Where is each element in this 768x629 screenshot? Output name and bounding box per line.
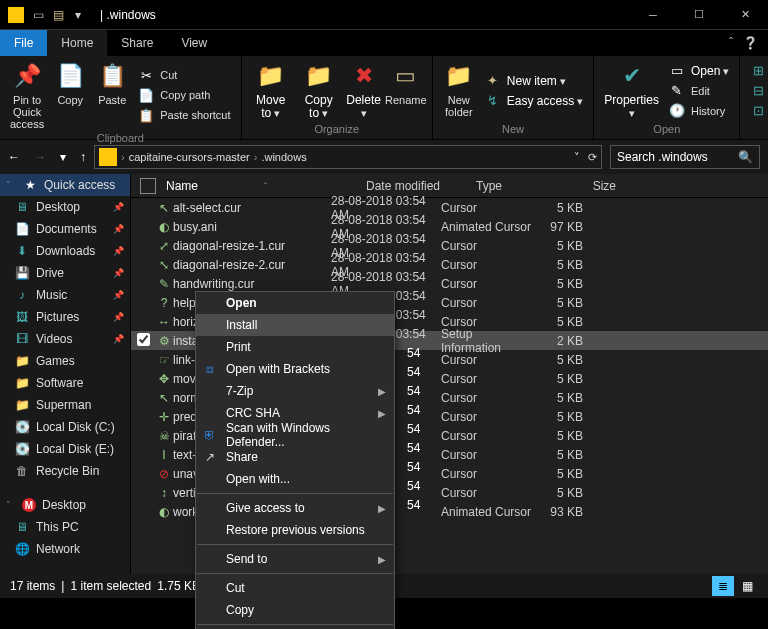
ctx-item[interactable]: Open bbox=[196, 292, 394, 314]
file-size: 5 KB bbox=[535, 391, 593, 405]
copypath-button[interactable]: 📄Copy path bbox=[134, 85, 234, 105]
col-name[interactable]: Nameˆ bbox=[160, 179, 360, 193]
copyto-button[interactable]: 📁Copy to ▾ bbox=[296, 58, 341, 123]
history-button[interactable]: 🕐History bbox=[665, 101, 733, 121]
expand-icon[interactable]: ˅ bbox=[6, 500, 16, 510]
tree-node[interactable]: 💽Local Disk (E:) bbox=[0, 438, 130, 460]
file-size: 5 KB bbox=[535, 429, 593, 443]
invertsel-button[interactable]: ⊡Invert selection bbox=[746, 101, 768, 121]
selectnone-button[interactable]: ⊟Select none bbox=[746, 81, 768, 101]
tree-node[interactable]: 🗑Recycle Bin bbox=[0, 460, 130, 482]
ctx-item[interactable]: ↗Share bbox=[196, 446, 394, 468]
file-type: Cursor bbox=[441, 353, 535, 367]
tree-node[interactable]: ˅MDesktop bbox=[0, 494, 130, 516]
tree-label: Videos bbox=[36, 332, 72, 346]
close-button[interactable]: ✕ bbox=[722, 0, 768, 30]
ctx-item[interactable]: ⛨Scan with Windows Defender... bbox=[196, 424, 394, 446]
file-row[interactable]: ⤡diagonal-resize-2.cur28-08-2018 03:54 A… bbox=[131, 255, 768, 274]
ctx-item[interactable]: Give access to▶ bbox=[196, 497, 394, 519]
pasteshortcut-button[interactable]: 📋Paste shortcut bbox=[134, 105, 234, 125]
delete-button[interactable]: ✖Delete ▾ bbox=[343, 58, 383, 123]
breadcrumb-dropdown-icon[interactable]: ˅ bbox=[574, 151, 580, 164]
selectall-button[interactable]: ⊞Select all bbox=[746, 61, 768, 81]
maximize-button[interactable]: ☐ bbox=[676, 0, 722, 30]
tab-file[interactable]: File bbox=[0, 30, 47, 56]
tree-node[interactable]: 🎞Videos📌 bbox=[0, 328, 130, 350]
help-icon[interactable]: ❔ bbox=[743, 36, 758, 50]
tree-node[interactable]: ♪Music📌 bbox=[0, 284, 130, 306]
tree-node[interactable]: 🌐Network bbox=[0, 538, 130, 560]
view-details-icon[interactable]: ≣ bbox=[712, 576, 734, 596]
file-row[interactable]: ⤢diagonal-resize-1.cur28-08-2018 03:54 A… bbox=[131, 236, 768, 255]
tree-node[interactable]: 📁Superman bbox=[0, 394, 130, 416]
file-type: Cursor bbox=[441, 239, 535, 253]
nav-back-icon[interactable]: ← bbox=[8, 150, 20, 164]
qat-newfolder-icon[interactable]: ▤ bbox=[50, 7, 66, 23]
column-headers: Nameˆ Date modified Type Size bbox=[131, 174, 768, 198]
nav-tree[interactable]: ˅★Quick access🖥Desktop📌📄Documents📌⬇Downl… bbox=[0, 174, 131, 574]
tab-view[interactable]: View bbox=[167, 30, 221, 56]
tree-label: Games bbox=[36, 354, 75, 368]
paste-button[interactable]: 📋Paste bbox=[92, 58, 132, 132]
easyaccess-button[interactable]: ↯Easy access ▾ bbox=[481, 91, 587, 111]
ctx-item[interactable]: Copy bbox=[196, 599, 394, 621]
file-type: Cursor bbox=[441, 372, 535, 386]
ctx-item[interactable]: 7-Zip▶ bbox=[196, 380, 394, 402]
tab-home[interactable]: Home bbox=[47, 30, 107, 56]
tree-node[interactable]: 📁Games bbox=[0, 350, 130, 372]
ctx-item[interactable]: Cut bbox=[196, 577, 394, 599]
newfolder-button[interactable]: 📁New folder bbox=[439, 58, 479, 123]
ctx-item[interactable]: Print bbox=[196, 336, 394, 358]
open-button[interactable]: ▭Open ▾ bbox=[665, 61, 733, 81]
status-selected: 1 item selected bbox=[70, 579, 151, 593]
tree-node[interactable]: 🖥Desktop📌 bbox=[0, 196, 130, 218]
edit-button[interactable]: ✎Edit bbox=[665, 81, 733, 101]
file-row[interactable]: ↖alt-select.cur28-08-2018 03:54 AMCursor… bbox=[131, 198, 768, 217]
tab-share[interactable]: Share bbox=[107, 30, 167, 56]
ctx-item[interactable]: Open with... bbox=[196, 468, 394, 490]
tree-node[interactable]: 💽Local Disk (C:) bbox=[0, 416, 130, 438]
breadcrumb[interactable]: › capitaine-cursors-master › .windows ˅⟳ bbox=[94, 145, 602, 169]
cut-button[interactable]: ✂Cut bbox=[134, 65, 234, 85]
qat-props-icon[interactable]: ▭ bbox=[30, 7, 46, 23]
col-date[interactable]: Date modified bbox=[360, 179, 470, 193]
expand-icon[interactable]: ˅ bbox=[6, 180, 16, 190]
nav-forward-icon[interactable]: → bbox=[34, 150, 46, 164]
breadcrumb-seg-2[interactable]: .windows bbox=[261, 151, 306, 163]
pin-quickaccess-button[interactable]: 📌Pin to Quick access bbox=[6, 58, 48, 132]
rename-button[interactable]: ▭Rename bbox=[386, 58, 426, 123]
view-large-icon[interactable]: ▦ bbox=[736, 576, 758, 596]
ctx-item[interactable]: Send to▶ bbox=[196, 548, 394, 570]
tree-node[interactable]: 📄Documents📌 bbox=[0, 218, 130, 240]
title-sep: | bbox=[100, 8, 103, 22]
tree-node[interactable]: ⬇Downloads📌 bbox=[0, 240, 130, 262]
tree-node[interactable]: 🖥This PC bbox=[0, 516, 130, 538]
ribbon-collapse-icon[interactable]: ˆ bbox=[729, 36, 733, 50]
minimize-button[interactable]: ─ bbox=[630, 0, 676, 30]
refresh-icon[interactable]: ⟳ bbox=[588, 151, 597, 164]
newitem-button[interactable]: ✦New item ▾ bbox=[481, 71, 587, 91]
copy-button[interactable]: 📄Copy bbox=[50, 58, 90, 132]
properties-button[interactable]: ✔Properties ▾ bbox=[600, 58, 663, 123]
tree-node[interactable]: 📁Software bbox=[0, 372, 130, 394]
mega-icon: M bbox=[22, 498, 36, 512]
nav-up-icon[interactable]: ↑ bbox=[80, 150, 86, 164]
tree-node[interactable]: 💾Drive📌 bbox=[0, 262, 130, 284]
search-input[interactable]: Search .windows 🔍 bbox=[610, 145, 760, 169]
ctx-item[interactable]: Restore previous versions bbox=[196, 519, 394, 541]
col-type[interactable]: Type bbox=[470, 179, 564, 193]
select-all-checkbox[interactable] bbox=[140, 178, 156, 194]
ctx-item[interactable]: ⧈Open with Brackets bbox=[196, 358, 394, 380]
tree-node[interactable]: 🖼Pictures📌 bbox=[0, 306, 130, 328]
tree-node[interactable]: ˅★Quick access bbox=[0, 174, 130, 196]
breadcrumb-seg-1[interactable]: capitaine-cursors-master bbox=[129, 151, 250, 163]
tree-icon: 🎞 bbox=[14, 332, 30, 346]
ctx-item[interactable]: Install bbox=[196, 314, 394, 336]
nav-recent-icon[interactable]: ▾ bbox=[60, 150, 66, 164]
row-checkbox[interactable] bbox=[131, 333, 155, 349]
tree-icon: 🖥 bbox=[14, 200, 30, 214]
file-row[interactable]: ◐busy.ani28-08-2018 03:54 AMAnimated Cur… bbox=[131, 217, 768, 236]
qat-dropdown-icon[interactable]: ▾ bbox=[70, 7, 86, 23]
moveto-button[interactable]: 📁Move to ▾ bbox=[248, 58, 294, 123]
col-size[interactable]: Size bbox=[564, 179, 622, 193]
